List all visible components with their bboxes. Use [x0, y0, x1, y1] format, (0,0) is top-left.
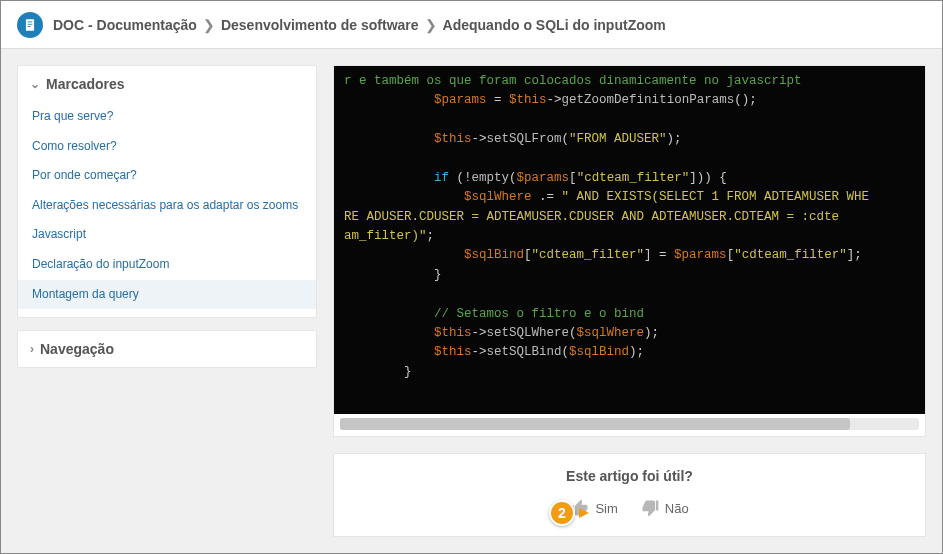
svg-rect-1: [28, 21, 33, 22]
feedback-buttons: Sim Não: [354, 498, 905, 518]
annotation-badge-number: 2: [549, 500, 575, 526]
navigation-panel-title: Navegação: [40, 341, 114, 357]
feedback-no-button[interactable]: Não: [640, 498, 689, 518]
feedback-no-label: Não: [665, 501, 689, 516]
navigation-panel-header[interactable]: › Navegação: [18, 331, 316, 367]
markers-panel-title: Marcadores: [46, 76, 125, 92]
markers-panel-header[interactable]: ⌄ Marcadores: [18, 66, 316, 102]
scrollbar-thumb[interactable]: [340, 418, 850, 430]
breadcrumb-item[interactable]: DOC - Documentação: [53, 17, 197, 33]
horizontal-scrollbar[interactable]: [340, 418, 919, 430]
main-content: r e também os que foram colocados dinami…: [333, 65, 926, 537]
marker-link[interactable]: Como resolver?: [18, 132, 316, 162]
breadcrumb-item[interactable]: Adequando o SQLi do inputZoom: [443, 17, 666, 33]
marker-link-active[interactable]: Montagem da query: [18, 280, 316, 310]
marker-link[interactable]: Por onde começar?: [18, 161, 316, 191]
breadcrumb: DOC - Documentação ❯ Desenvolvimento de …: [53, 17, 666, 33]
annotation-arrow-icon: [579, 508, 589, 518]
svg-rect-3: [28, 26, 31, 27]
header: DOC - Documentação ❯ Desenvolvimento de …: [1, 1, 942, 49]
chevron-right-icon: ❯: [425, 17, 437, 33]
thumbs-down-icon: [640, 498, 660, 518]
markers-panel: ⌄ Marcadores Pra que serve? Como resolve…: [17, 65, 317, 318]
marker-link[interactable]: Declaração do inputZoom: [18, 250, 316, 280]
navigation-panel: › Navegação: [17, 330, 317, 368]
feedback-yes-label: Sim: [595, 501, 617, 516]
chevron-down-icon: ⌄: [30, 77, 40, 91]
sidebar: ⌄ Marcadores Pra que serve? Como resolve…: [17, 65, 317, 537]
feedback-panel: Este artigo foi útil? Sim Não 2: [333, 453, 926, 537]
svg-rect-0: [26, 19, 34, 31]
markers-list: Pra que serve? Como resolver? Por onde c…: [18, 102, 316, 317]
chevron-right-icon: ›: [30, 342, 34, 356]
marker-link[interactable]: Javascript: [18, 220, 316, 250]
feedback-title: Este artigo foi útil?: [354, 468, 905, 484]
page-body: ⌄ Marcadores Pra que serve? Como resolve…: [1, 49, 942, 553]
marker-link[interactable]: Pra que serve?: [18, 102, 316, 132]
code-scroll[interactable]: r e também os que foram colocados dinami…: [334, 66, 925, 414]
svg-rect-2: [28, 23, 33, 24]
chevron-right-icon: ❯: [203, 17, 215, 33]
marker-link[interactable]: Alterações necessárias para os adaptar o…: [18, 191, 316, 221]
breadcrumb-item[interactable]: Desenvolvimento de software: [221, 17, 419, 33]
code-block: r e também os que foram colocados dinami…: [334, 66, 925, 414]
code-container: r e também os que foram colocados dinami…: [333, 65, 926, 437]
doc-logo-icon: [17, 12, 43, 38]
annotation-badge: 2: [549, 500, 589, 526]
